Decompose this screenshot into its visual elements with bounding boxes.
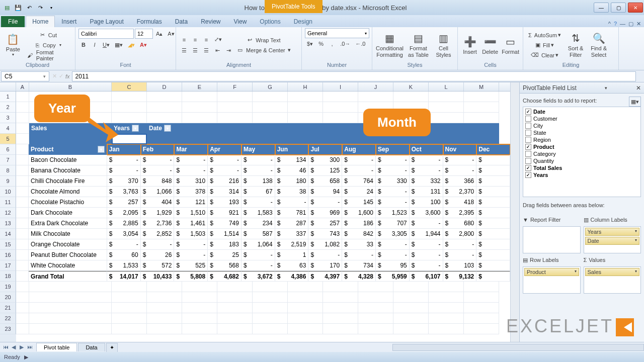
cell[interactable] — [16, 176, 29, 187]
cell[interactable]: $337 — [275, 229, 309, 239]
checkbox-icon[interactable] — [525, 137, 531, 143]
cell[interactable] — [358, 282, 393, 292]
cell[interactable] — [464, 92, 499, 102]
comma-button[interactable]: , — [327, 39, 337, 49]
align-top-button[interactable]: ≡ — [179, 35, 189, 45]
cell[interactable]: $180 — [275, 176, 309, 187]
align-right-button[interactable]: ☰ — [201, 46, 211, 56]
cell[interactable] — [464, 303, 499, 313]
field-city[interactable]: City — [524, 122, 639, 129]
cell[interactable]: $ — [476, 165, 510, 176]
cell[interactable] — [393, 282, 429, 292]
cell[interactable] — [217, 282, 253, 292]
row-labels-area[interactable]: Product▾ — [523, 266, 581, 294]
cell[interactable] — [29, 313, 112, 324]
cell[interactable] — [323, 102, 358, 113]
cell[interactable]: $707 — [376, 218, 410, 229]
border-button[interactable]: ▦▾ — [113, 40, 125, 50]
cell[interactable]: $370 — [107, 176, 141, 187]
macro-icon[interactable]: ▶ — [24, 354, 28, 360]
cell[interactable] — [217, 324, 253, 334]
align-left-button[interactable]: ☰ — [179, 46, 189, 56]
cell[interactable] — [288, 102, 323, 113]
cell[interactable]: Sep — [376, 144, 410, 155]
cell-styles-button[interactable]: ▥Cell Styles — [433, 29, 454, 62]
enter-fx-icon[interactable]: ✓ — [59, 73, 63, 79]
cell[interactable] — [464, 282, 499, 292]
cell[interactable] — [464, 134, 499, 144]
cell[interactable] — [16, 250, 29, 260]
row-header-19[interactable]: 19 — [0, 282, 16, 292]
cell[interactable]: $24 — [342, 187, 376, 197]
vertical-scrollbar[interactable] — [510, 82, 519, 342]
cell[interactable]: $- — [308, 197, 342, 208]
cell[interactable] — [182, 92, 217, 102]
grow-font-button[interactable]: A▴ — [154, 29, 165, 39]
field-category[interactable]: Category — [524, 150, 639, 157]
cell[interactable]: $764 — [342, 176, 376, 187]
excel-icon[interactable]: ▤ — [2, 3, 12, 13]
cell[interactable]: $- — [410, 250, 443, 260]
cell[interactable]: $- — [242, 197, 275, 208]
cell[interactable]: $ — [476, 239, 510, 250]
cell[interactable]: $ — [476, 155, 510, 165]
cell[interactable]: $525 — [174, 260, 208, 271]
cell[interactable]: $2,370 — [443, 187, 477, 197]
cell[interactable] — [323, 282, 358, 292]
cell[interactable] — [464, 102, 499, 113]
cell[interactable]: $1,510 — [174, 208, 208, 218]
cell[interactable] — [16, 303, 29, 313]
cell[interactable] — [253, 282, 288, 292]
row-header-8[interactable]: 8 — [0, 165, 16, 176]
col-header-E[interactable]: E — [182, 82, 217, 91]
cell[interactable] — [253, 324, 288, 334]
cell[interactable]: $2,800 — [443, 229, 477, 239]
cell[interactable] — [429, 303, 464, 313]
cell[interactable]: $- — [410, 155, 443, 165]
cell[interactable]: $60 — [107, 250, 141, 260]
cell[interactable]: $781 — [275, 208, 309, 218]
close-button[interactable]: ✕ — [628, 3, 643, 13]
cell[interactable] — [288, 292, 323, 303]
cell[interactable]: $25 — [208, 250, 242, 260]
column-labels-area[interactable]: Years▾Date▾ — [584, 226, 641, 253]
format-as-table-button[interactable]: ▤Format as Table — [406, 29, 431, 62]
field-quantity[interactable]: Quantity — [524, 157, 639, 164]
date-filter-button[interactable]: ▾ — [164, 125, 171, 132]
product-filter-button[interactable]: ▾ — [98, 146, 105, 153]
cell[interactable]: $3,672 — [242, 271, 275, 282]
tab-data[interactable]: Data — [169, 16, 194, 27]
cell[interactable] — [182, 282, 217, 292]
cell[interactable] — [16, 187, 29, 197]
cell[interactable]: White Chocolate — [29, 260, 107, 271]
cell[interactable]: $5,808 — [174, 271, 208, 282]
cell[interactable]: $ — [476, 229, 510, 239]
cell[interactable] — [323, 134, 358, 144]
tab-page-layout[interactable]: Page Layout — [83, 16, 130, 27]
cell[interactable] — [393, 324, 429, 334]
cell[interactable]: $- — [443, 250, 477, 260]
font-name-input[interactable] — [78, 29, 134, 39]
cell[interactable] — [429, 292, 464, 303]
cell[interactable] — [429, 282, 464, 292]
format-cells-button[interactable]: ▭Format — [501, 29, 520, 62]
cell[interactable] — [464, 324, 499, 334]
name-box[interactable]: C5▾ — [1, 71, 49, 81]
cell[interactable]: $4,682 — [208, 271, 242, 282]
cell[interactable]: Date▾ — [147, 123, 182, 134]
cell[interactable]: $- — [308, 250, 342, 260]
cell[interactable] — [29, 324, 112, 334]
cell[interactable]: $2,519 — [275, 239, 309, 250]
row-header-22[interactable]: 22 — [0, 313, 16, 324]
cell[interactable]: $4,397 — [308, 271, 342, 282]
first-sheet-button[interactable]: ⏮ — [2, 344, 9, 350]
cell[interactable]: $103 — [443, 260, 477, 271]
cell[interactable]: $3,763 — [107, 187, 141, 197]
cell[interactable] — [253, 292, 288, 303]
wb-close-icon[interactable]: ✕ — [636, 21, 641, 27]
cell[interactable] — [16, 123, 29, 134]
cell[interactable]: $- — [376, 250, 410, 260]
cell[interactable]: Grand Total — [29, 271, 107, 282]
cell[interactable]: $- — [275, 197, 309, 208]
copy-button[interactable]: ⎘ Copy ▾ — [25, 40, 72, 50]
